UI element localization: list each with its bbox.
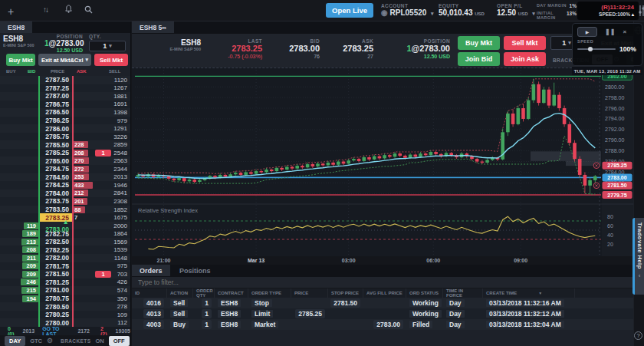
bid-size-cell[interactable] — [0, 318, 38, 327]
bid-size-cell[interactable] — [0, 117, 38, 125]
price-cell[interactable]: 2781.25 — [38, 278, 72, 287]
bid-size-cell[interactable] — [0, 189, 38, 198]
working-order-cell[interactable] — [95, 302, 111, 311]
working-order-cell[interactable] — [95, 76, 111, 84]
ask-size-cell[interactable] — [72, 278, 95, 287]
session-volume-cell[interactable]: 2013 — [111, 173, 130, 180]
settings-sliders-icon[interactable] — [639, 5, 644, 19]
price-cell[interactable]: 2782.75 — [38, 229, 72, 238]
bid-size-cell[interactable] — [0, 84, 38, 93]
session-volume-cell[interactable]: 1398 — [111, 109, 130, 116]
bid-size-cell[interactable] — [0, 101, 38, 109]
working-order-cell[interactable] — [95, 254, 111, 262]
bid-size-cell[interactable] — [0, 140, 38, 149]
price-cell[interactable]: 2781.75 — [38, 262, 72, 271]
ask-size-cell[interactable] — [72, 302, 95, 311]
cancel-order-icon[interactable] — [593, 163, 600, 169]
orders-filter-input[interactable] — [132, 277, 362, 288]
working-order-cell[interactable] — [95, 101, 111, 109]
ask-size-cell[interactable] — [72, 229, 95, 238]
ask-size-cell[interactable] — [72, 318, 95, 327]
price-cell[interactable]: 2784.00 — [38, 189, 72, 198]
orders-col-contract[interactable]: CONTRACT — [215, 288, 248, 298]
working-order-cell[interactable] — [95, 181, 111, 189]
ask-size-cell[interactable]: 201 — [72, 197, 95, 206]
price-cell[interactable]: 2786.50 — [38, 108, 72, 117]
bid-size-cell[interactable] — [0, 165, 38, 173]
dom-tab-esh8[interactable]: ESH8 — [0, 21, 32, 33]
working-order-cell[interactable] — [95, 213, 111, 222]
ask-size-cell[interactable] — [72, 101, 95, 109]
join-ask-button[interactable]: Join Ask — [504, 52, 546, 66]
working-order-cell[interactable] — [95, 238, 111, 246]
price-cell[interactable]: 2780.25 — [38, 311, 72, 319]
ask-size-cell[interactable] — [72, 84, 95, 93]
ask-size-cell[interactable]: 272 — [72, 165, 95, 173]
account-selector[interactable]: ACCOUNT ◉ RPL05520 ▾ — [381, 3, 434, 17]
orders-col-price[interactable]: PRICE — [291, 288, 328, 298]
price-cell[interactable]: 2787.50 — [38, 76, 72, 84]
ask-size-cell[interactable] — [72, 133, 95, 141]
ask-size-cell[interactable] — [72, 238, 95, 246]
bid-size-cell[interactable]: 194 — [0, 295, 38, 303]
bid-size-cell[interactable]: 209 — [0, 262, 38, 271]
session-volume-cell[interactable]: 1148 — [111, 255, 130, 262]
session-volume-cell[interactable]: 2548 — [111, 150, 130, 157]
price-cell[interactable]: 2786.75 — [38, 101, 72, 109]
session-volume-cell[interactable]: 3226 — [111, 133, 130, 140]
play-icon[interactable]: ▶ — [577, 27, 597, 37]
price-cell[interactable]: 2782.25 — [38, 245, 72, 254]
ask-size-cell[interactable] — [72, 76, 95, 84]
dom-exit-button[interactable]: Exit at Mkt&Cxl▾ — [38, 54, 91, 66]
add-workspace-icon[interactable]: + — [8, 5, 14, 18]
ask-size-cell[interactable]: 7 — [72, 213, 95, 222]
working-order-cell[interactable] — [95, 84, 111, 93]
ask-size-cell[interactable] — [72, 124, 95, 133]
working-order-cell[interactable] — [95, 206, 111, 214]
order-row-4013[interactable]: 4013Sell1ESH8Limit2785.25WorkingDay03/13… — [132, 308, 644, 319]
bid-size-cell[interactable] — [0, 181, 38, 189]
price-cell[interactable]: 2781.00 — [38, 286, 72, 295]
price-cell[interactable]: 2784.25 — [38, 181, 72, 189]
session-volume-cell[interactable]: 1120 — [111, 77, 130, 84]
price-cell[interactable]: 2781.50 — [38, 270, 72, 278]
bid-size-cell[interactable]: 119 — [0, 222, 38, 230]
ask-size-cell[interactable] — [72, 311, 95, 319]
ask-size-cell[interactable]: 253 — [72, 173, 95, 182]
open-live-button[interactable]: Open Live — [326, 3, 373, 18]
bid-size-cell[interactable] — [0, 311, 38, 319]
session-volume-cell[interactable]: 2308 — [111, 198, 130, 205]
bid-size-cell[interactable]: 213 — [0, 238, 38, 246]
session-volume-cell[interactable]: 975 — [111, 262, 130, 269]
working-order-cell[interactable] — [95, 165, 111, 173]
session-volume-cell[interactable]: 1852 — [111, 206, 130, 213]
bid-size-cell[interactable] — [0, 92, 38, 101]
price-cell[interactable]: 2782.50 — [38, 238, 72, 246]
orders-col-time-in-force[interactable]: TIME IN FORCE — [443, 288, 483, 298]
session-volume-cell[interactable]: 2859 — [111, 141, 130, 148]
ask-size-cell[interactable]: 212 — [72, 189, 95, 198]
ask-size-cell[interactable]: 228 — [72, 140, 95, 149]
session-volume-cell[interactable]: 1691 — [111, 101, 130, 107]
search-icon[interactable] — [84, 5, 93, 16]
close-icon[interactable]: × — [623, 28, 626, 35]
bid-size-cell[interactable] — [0, 133, 38, 141]
bid-size-cell[interactable]: 246 — [0, 278, 38, 287]
working-order-cell[interactable] — [95, 173, 111, 182]
working-order-cell[interactable] — [95, 140, 111, 149]
orders-col-id[interactable]: ID — [132, 288, 167, 298]
orders-col-ord-status[interactable]: ORD STATUS — [406, 288, 443, 298]
brackets-off-toggle[interactable]: OFF — [109, 336, 130, 346]
bid-size-cell[interactable] — [0, 302, 38, 311]
working-order-cell[interactable]: 1 — [95, 149, 111, 157]
bid-size-cell[interactable] — [0, 124, 38, 133]
session-volume-cell[interactable]: 112 — [111, 319, 130, 326]
session-volume-cell[interactable]: 703 — [111, 271, 130, 278]
tif-day-toggle[interactable]: DAY — [5, 336, 25, 346]
ask-size-cell[interactable] — [72, 92, 95, 101]
session-volume-cell[interactable]: 1881 — [111, 93, 130, 100]
bid-size-cell[interactable]: 215 — [0, 286, 38, 295]
session-volume-cell[interactable]: 2841 — [111, 189, 130, 196]
working-order-cell[interactable] — [95, 229, 111, 238]
tradovate-help-tab[interactable]: Tradovate Help ‹ — [632, 218, 644, 295]
